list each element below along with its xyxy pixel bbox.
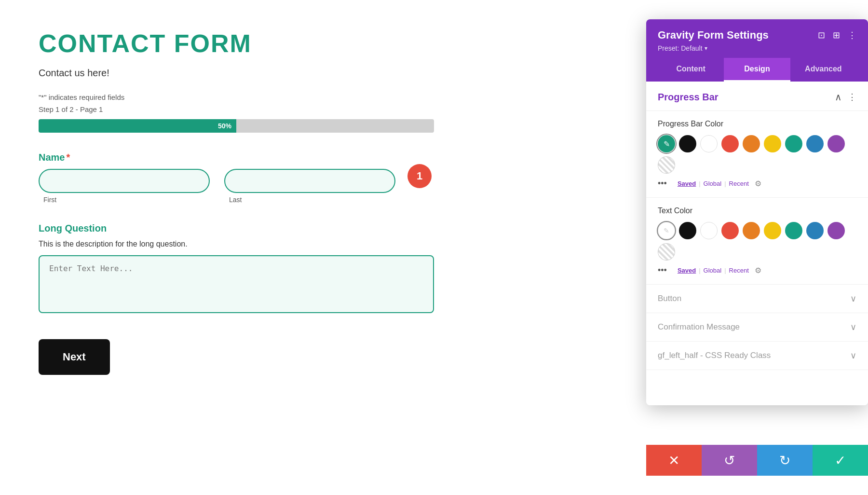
last-sublabel: Last: [224, 196, 395, 204]
name-fields: First Last: [39, 169, 395, 204]
css-class-section[interactable]: gf_left_half - CSS Ready Class ∨: [646, 342, 868, 370]
css-class-title: gf_left_half - CSS Ready Class: [658, 351, 771, 360]
text-color-tab-global[interactable]: Global: [704, 267, 722, 274]
text-swatch-yellow[interactable]: [764, 222, 781, 239]
section-dots-icon[interactable]: ⋮: [848, 92, 856, 102]
step-info: Step 1 of 2 - Page 1: [39, 105, 395, 113]
frame-icon[interactable]: ⊡: [818, 30, 825, 41]
preset-arrow-icon: ▾: [705, 45, 707, 52]
swatch-green-active[interactable]: ✎: [658, 135, 675, 152]
swatch-red[interactable]: [721, 135, 739, 152]
swatch-orange[interactable]: [743, 135, 760, 152]
swatch-blue[interactable]: [806, 135, 824, 152]
name-field-badge: 1: [407, 164, 432, 188]
progress-bar-color-swatches: ✎: [658, 135, 856, 174]
button-section-title: Button: [658, 294, 681, 303]
swatch-purple[interactable]: [827, 135, 845, 152]
css-chevron-icon: ∨: [850, 350, 856, 361]
swatch-yellow[interactable]: [764, 135, 781, 152]
tab-advanced[interactable]: Advanced: [790, 58, 856, 82]
undo-button[interactable]: ↺: [702, 445, 757, 476]
text-color-more-icon[interactable]: •••: [658, 265, 667, 275]
text-swatch-teal[interactable]: [785, 222, 802, 239]
text-color-swatches: ✎: [658, 222, 856, 261]
form-title: CONTACT FORM: [39, 29, 395, 58]
long-question-desc: This is the description for the long que…: [39, 240, 395, 248]
progress-bar-color-section: Progress Bar Color ✎ ••• Saved | Globa: [646, 111, 868, 198]
required-notice: "*" indicates required fields: [39, 93, 395, 101]
tab-content[interactable]: Content: [658, 58, 724, 82]
pencil-icon: ✎: [664, 139, 670, 149]
section-controls: ∧ ⋮: [835, 91, 856, 103]
progress-bar-container: 50%: [39, 119, 434, 133]
color-tab-global[interactable]: Global: [704, 180, 722, 187]
cancel-button[interactable]: ✕: [646, 445, 702, 476]
more-icon[interactable]: ⋮: [848, 30, 856, 41]
color-tab-recent[interactable]: Recent: [729, 180, 749, 187]
long-question-textarea[interactable]: [39, 255, 434, 313]
swatch-white[interactable]: [700, 135, 718, 152]
swatch-teal[interactable]: [785, 135, 802, 152]
panel-header-top: Gravity Form Settings ⊡ ⊞ ⋮: [658, 29, 856, 41]
text-swatch-purple[interactable]: [827, 222, 845, 239]
panel-header: Gravity Form Settings ⊡ ⊞ ⋮ Preset: Defa…: [646, 19, 868, 82]
form-subtitle: Contact us here!: [39, 68, 395, 79]
name-field-group: Name* First Last: [39, 152, 395, 204]
text-color-label: Text Color: [658, 206, 856, 215]
text-swatch-white[interactable]: [700, 222, 718, 239]
progress-label: 50%: [218, 122, 231, 130]
last-name-input[interactable]: [224, 169, 395, 193]
form-area: CONTACT FORM Contact us here! "*" indica…: [0, 0, 434, 495]
columns-icon[interactable]: ⊞: [833, 30, 840, 41]
swatch-black[interactable]: [679, 135, 696, 152]
color-gear-icon[interactable]: ⚙: [755, 179, 761, 188]
text-color-tab-recent[interactable]: Recent: [729, 267, 749, 274]
save-button[interactable]: ✓: [813, 445, 868, 476]
long-question-section: Long Question This is the description fo…: [39, 223, 395, 315]
required-star: *: [66, 152, 70, 163]
last-name-wrapper: Last: [224, 169, 395, 204]
settings-panel: Gravity Form Settings ⊡ ⊞ ⋮ Preset: Defa…: [646, 19, 868, 405]
text-swatch-blue[interactable]: [806, 222, 824, 239]
preset-label[interactable]: Preset: Default ▾: [658, 44, 856, 52]
panel-title: Gravity Form Settings: [658, 29, 769, 41]
first-sublabel: First: [39, 196, 210, 204]
button-section[interactable]: Button ∨: [646, 285, 868, 313]
text-swatch-custom[interactable]: [658, 243, 675, 261]
long-question-label: Long Question: [39, 223, 395, 234]
panel-header-icons: ⊡ ⊞ ⋮: [818, 30, 856, 41]
progress-bar-section-header: Progress Bar ∧ ⋮: [646, 82, 868, 111]
transparent-icon: ✎: [664, 227, 669, 234]
panel-body: Progress Bar ∧ ⋮ Progress Bar Color ✎: [646, 82, 868, 405]
confirmation-message-title: Confirmation Message: [658, 322, 740, 332]
tab-design[interactable]: Design: [724, 58, 790, 82]
bottom-toolbar: ✕ ↺ ↻ ✓: [646, 445, 868, 476]
panel-tabs: Content Design Advanced: [658, 58, 856, 82]
text-swatch-transparent[interactable]: ✎: [658, 222, 675, 239]
text-color-gear-icon[interactable]: ⚙: [755, 266, 761, 275]
button-chevron-icon: ∨: [850, 293, 856, 304]
swatch-custom[interactable]: [658, 156, 675, 174]
progress-bar-fill: 50%: [39, 119, 236, 133]
name-field-label: Name*: [39, 152, 395, 163]
confirmation-chevron-icon: ∨: [850, 322, 856, 332]
color-tabs-row-1: ••• Saved | Global | Recent ⚙: [658, 179, 856, 189]
first-name-wrapper: First: [39, 169, 210, 204]
text-swatch-orange[interactable]: [743, 222, 760, 239]
collapse-icon[interactable]: ∧: [835, 91, 842, 103]
text-swatch-red[interactable]: [721, 222, 739, 239]
text-swatch-black[interactable]: [679, 222, 696, 239]
text-color-section: Text Color ✎ ••• Saved | Global: [646, 198, 868, 285]
progress-bar-section-title: Progress Bar: [658, 92, 719, 103]
first-name-input[interactable]: [39, 169, 210, 193]
color-tabs-row-2: ••• Saved | Global | Recent ⚙: [658, 265, 856, 275]
redo-button[interactable]: ↻: [757, 445, 813, 476]
text-color-tab-saved[interactable]: Saved: [678, 267, 696, 274]
next-button[interactable]: Next: [39, 339, 110, 375]
color-tab-saved[interactable]: Saved: [678, 180, 696, 187]
color-more-icon[interactable]: •••: [658, 179, 667, 189]
confirmation-message-section[interactable]: Confirmation Message ∨: [646, 313, 868, 342]
progress-bar-color-label: Progress Bar Color: [658, 120, 856, 128]
